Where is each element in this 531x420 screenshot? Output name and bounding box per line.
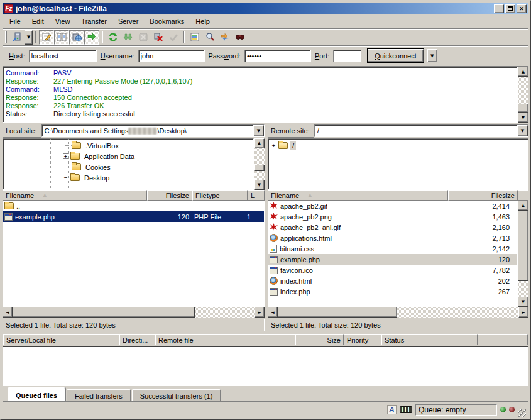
- local-file-list[interactable]: .. example.php 120 PHP File 1: [3, 201, 265, 307]
- scroll-right-button[interactable]: ►: [518, 307, 528, 318]
- find-files-button[interactable]: [233, 30, 248, 45]
- column-filesize[interactable]: Filesize: [147, 190, 192, 201]
- password-input[interactable]: [244, 50, 311, 62]
- scroll-thumb[interactable]: [278, 307, 397, 318]
- expand-icon[interactable]: +: [271, 143, 276, 148]
- file-row[interactable]: apache_pb2_ani.gif2,160: [268, 222, 517, 233]
- menu-help[interactable]: Help: [190, 16, 216, 27]
- local-tree-scrollbar[interactable]: ▲ ▼: [254, 138, 265, 190]
- column-remote-file[interactable]: Remote file: [155, 334, 295, 345]
- tab-queued-files[interactable]: Queued files: [8, 387, 65, 401]
- scroll-down-button[interactable]: ▼: [518, 297, 528, 307]
- column-filename[interactable]: Filename▲: [268, 190, 448, 201]
- filter-button[interactable]: [187, 30, 202, 45]
- tab-failed-transfers[interactable]: Failed transfers: [67, 389, 131, 401]
- scroll-thumb[interactable]: [518, 104, 528, 113]
- file-row-selected[interactable]: example.php 120 PHP File 1: [3, 211, 264, 222]
- quickconnect-dropdown[interactable]: ▼: [427, 49, 437, 62]
- cancel-button[interactable]: [136, 30, 151, 45]
- menu-server[interactable]: Server: [112, 16, 144, 27]
- scroll-thumb[interactable]: [518, 211, 528, 281]
- menu-transfer[interactable]: Transfer: [75, 16, 112, 27]
- disconnect-button[interactable]: [151, 30, 166, 45]
- remote-combo-dropdown[interactable]: ▼: [517, 125, 528, 136]
- site-manager-dropdown[interactable]: ▼: [25, 30, 33, 45]
- tab-successful-transfers[interactable]: Successful transfers (1): [132, 389, 221, 401]
- column-filename[interactable]: Filename▲: [3, 190, 147, 201]
- scroll-up-button[interactable]: ▲: [254, 138, 265, 148]
- local-site-combo[interactable]: C:\Documents and Settings\Desktop\ ▼: [41, 124, 265, 137]
- column-filetype[interactable]: Filetype: [192, 190, 248, 201]
- maximize-button[interactable]: [505, 4, 515, 13]
- sync-browse-button[interactable]: [217, 30, 233, 45]
- menu-bookmarks[interactable]: Bookmarks: [144, 16, 190, 27]
- local-tree[interactable]: .VirtualBox + Application Data Cookies −: [3, 138, 254, 190]
- scroll-left-button[interactable]: ◄: [3, 307, 13, 318]
- title-bar[interactable]: Fz john@localhost - FileZilla _ ✕: [3, 3, 528, 14]
- remote-tree[interactable]: + /: [268, 138, 528, 190]
- file-row[interactable]: apache_pb2.gif2,414: [268, 201, 517, 211]
- scroll-right-button[interactable]: ►: [255, 307, 265, 318]
- tree-item[interactable]: + /: [268, 140, 528, 151]
- remote-vscrollbar[interactable]: ▲ ▼: [518, 201, 528, 307]
- scroll-thumb[interactable]: [254, 165, 265, 171]
- resize-grip[interactable]: [518, 409, 526, 417]
- toggle-queue-button[interactable]: [84, 30, 99, 45]
- tree-item[interactable]: Cookies: [3, 162, 253, 172]
- process-queue-button[interactable]: [121, 30, 136, 45]
- file-row[interactable]: index.html202: [268, 275, 517, 286]
- menu-edit[interactable]: Edit: [26, 16, 50, 27]
- scroll-up-button[interactable]: ▲: [518, 67, 528, 77]
- column-lastmodified[interactable]: L: [248, 190, 265, 201]
- local-combo-dropdown[interactable]: ▼: [253, 125, 264, 136]
- close-button[interactable]: ✕: [517, 4, 527, 13]
- column-status[interactable]: Status: [381, 334, 478, 345]
- toggle-remote-tree-button[interactable]: [69, 30, 84, 45]
- scroll-down-button[interactable]: ▼: [518, 113, 528, 123]
- tree-item[interactable]: + Application Data: [3, 151, 253, 162]
- file-row[interactable]: applications.html2,713: [268, 233, 517, 243]
- toggle-log-button[interactable]: [39, 30, 54, 45]
- menu-view[interactable]: View: [50, 16, 76, 27]
- column-size[interactable]: Size: [295, 334, 344, 345]
- file-row[interactable]: bitnami.css2,142: [268, 243, 517, 254]
- toggle-local-tree-button[interactable]: [54, 30, 69, 45]
- username-input[interactable]: [138, 50, 205, 62]
- expand-icon[interactable]: +: [63, 153, 68, 159]
- collapse-icon[interactable]: −: [63, 175, 68, 180]
- remote-hscrollbar[interactable]: ◄ ►: [268, 307, 528, 318]
- compare-button[interactable]: [202, 30, 217, 45]
- scroll-thumb[interactable]: [13, 307, 195, 318]
- file-row[interactable]: apache_pb2.png1,463: [268, 211, 517, 222]
- scroll-down-button[interactable]: ▼: [254, 180, 265, 190]
- scroll-up-button[interactable]: ▲: [518, 201, 528, 211]
- queue-body[interactable]: [3, 346, 528, 385]
- file-row-selected[interactable]: example.php120: [268, 254, 517, 265]
- site-manager-button[interactable]: [9, 30, 25, 45]
- menu-file[interactable]: File: [4, 16, 26, 27]
- transfer-type-indicator[interactable]: A: [387, 405, 397, 414]
- column-filesize[interactable]: Filesize: [448, 190, 518, 201]
- file-row[interactable]: index.php267: [268, 286, 517, 297]
- minimize-button[interactable]: _: [494, 4, 504, 13]
- remote-file-list[interactable]: apache_pb2.gif2,414 apache_pb2.png1,463 …: [268, 201, 518, 307]
- speed-limits-icon[interactable]: [400, 406, 412, 413]
- file-row[interactable]: favicon.ico7,782: [268, 265, 517, 275]
- tree-item[interactable]: − Desktop: [3, 172, 253, 183]
- scroll-left-button[interactable]: ◄: [268, 307, 278, 318]
- refresh-button[interactable]: [106, 30, 121, 45]
- quickconnect-button[interactable]: Quickconnect: [368, 49, 424, 62]
- toolbar-grip[interactable]: [5, 31, 7, 43]
- local-site-label: Local site:: [3, 124, 41, 138]
- file-row[interactable]: ..: [3, 201, 264, 211]
- port-input[interactable]: [333, 50, 361, 62]
- tree-item[interactable]: .VirtualBox: [3, 140, 253, 151]
- log-scrollbar[interactable]: ▲ ▼: [518, 67, 528, 123]
- local-hscrollbar[interactable]: ◄ ►: [3, 307, 265, 318]
- column-server-local-file[interactable]: Server/Local file: [3, 334, 119, 345]
- column-priority[interactable]: Priority: [344, 334, 381, 345]
- remote-site-combo[interactable]: / ▼: [314, 124, 528, 137]
- column-direction[interactable]: Directi...: [119, 334, 155, 345]
- reconnect-button[interactable]: [166, 30, 181, 45]
- host-input[interactable]: [29, 50, 97, 62]
